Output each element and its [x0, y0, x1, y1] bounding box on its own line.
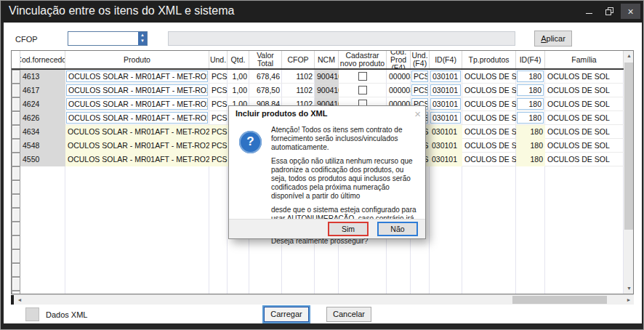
cell-und[interactable]: PCS [209, 111, 228, 125]
restore-button[interactable] [600, 4, 619, 19]
cell-tp-produtos: OCULOS DE SOL [462, 111, 516, 125]
cell-produto[interactable]: OCULOS SOLAR - MR01AFT - MET-RO2FLAT-BLA… [66, 98, 208, 110]
cell-valor-total[interactable]: 678,50 [249, 84, 282, 97]
minimize-button[interactable] [579, 4, 599, 19]
cell-cod-fornecedor: 4548 [20, 139, 65, 153]
cell-familia: OCULOS DE SOL [545, 84, 624, 97]
cell-tp-produtos: OCULOS DE SOL [462, 84, 516, 97]
dialog-paragraph: Essa opção não utiliza nenhum recurso qu… [271, 157, 418, 201]
question-icon: ? [239, 131, 262, 153]
cell-id-f4[interactable]: 030101 [430, 71, 461, 82]
scroll-right-icon[interactable]: ► [624, 295, 634, 305]
cell-qtd[interactable]: 1,00 [228, 70, 249, 84]
cell-cfop: 1102 [282, 84, 315, 97]
cell-id-f4-2[interactable]: 180 [516, 153, 545, 166]
cell-und[interactable]: PCS [209, 139, 228, 153]
vertical-scrollbar-thumb[interactable] [624, 63, 634, 230]
cell-und[interactable]: PCS [209, 70, 228, 84]
cell-produto[interactable]: OCULOS SOLAR - MR01AFT - MET-RO2FLAT-BLA… [66, 84, 208, 96]
cell-und-f4[interactable]: PCS [411, 71, 428, 82]
cfop-spinner[interactable]: ▲▼ [138, 32, 147, 45]
cell-id-f4[interactable]: 030101 [430, 153, 462, 166]
cell-valor-total[interactable]: 678,46 [249, 70, 282, 84]
cell-id-f4[interactable]: 030101 [430, 125, 462, 139]
cell-ncm: 90041000 [315, 70, 339, 84]
cell-qtd[interactable]: 1,00 [228, 84, 249, 97]
cell-cod-fornecedor: 4634 [20, 125, 65, 139]
cadastrar-checkbox[interactable] [358, 86, 367, 94]
cell-produto[interactable]: OCULOS SOLAR - MR01AFT - MET-RO2FLAT-BLA… [65, 153, 209, 166]
row-indicator [12, 70, 20, 84]
cell-produto[interactable]: OCULOS SOLAR - MR01AFT - MET-RO2FLAT-BLA… [66, 71, 208, 82]
cell-tp-produtos: OCULOS DE SOL [462, 153, 516, 166]
row-indicator [12, 84, 20, 97]
cfop-label: CFOP [15, 35, 38, 44]
scroll-down-icon[interactable]: ▼ [624, 283, 634, 294]
cell-produto[interactable]: OCULOS SOLAR - MR01AFT - MET-RO2FLAT-BLA… [65, 125, 209, 139]
column-header: NCM [315, 51, 339, 68]
cadastrar-checkbox[interactable] [358, 72, 367, 81]
app-window: Vinculação entre os itens do XML e siste… [0, 0, 644, 330]
cell-id-f4-2[interactable]: 180 [517, 84, 544, 96]
cell-cod-fornecedor: 4626 [20, 111, 65, 125]
dialog-paragraph: Atenção! Todos os itens sem contrato de … [271, 126, 418, 152]
load-button[interactable]: Carregar [264, 307, 309, 322]
scroll-left-icon[interactable]: ◄ [15, 295, 25, 305]
cell-und[interactable]: PCS [209, 153, 228, 166]
scroll-up-icon[interactable]: ▲ [624, 51, 634, 61]
cell-id-f4-2[interactable]: 180 [517, 71, 544, 82]
dados-xml-checkbox[interactable] [25, 307, 39, 321]
cfop-description-field[interactable] [168, 31, 515, 46]
dialog-title: Incluir produtos do XML [236, 109, 328, 118]
column-header: ID(F4) [516, 51, 545, 68]
row-indicator [12, 139, 20, 153]
cell-cod-prod-f4[interactable]: 000008 [387, 70, 411, 84]
cell-produto[interactable]: OCULOS SOLAR - MR01AFT - MET-RO2FLAT-BLA… [66, 112, 208, 124]
cell-cod-prod-f4[interactable]: 000008 [387, 84, 411, 97]
column-header: Cod. Prod (F4) [387, 51, 411, 68]
cell-und-f4[interactable]: PCS [411, 84, 428, 96]
column-header: Cadastrar novo produto [339, 51, 387, 68]
vertical-scrollbar[interactable]: ▲ ▼ [624, 51, 634, 294]
row-indicator [12, 194, 20, 208]
cell-cod-fornecedor: 4617 [20, 84, 65, 97]
column-header: CFOP [282, 51, 315, 68]
column-header: ID(F4) [430, 51, 462, 68]
row-indicator [12, 125, 20, 139]
cell-ncm: 90041000 [315, 84, 339, 97]
cell-id-f4[interactable]: 030101 [430, 139, 462, 153]
horizontal-scrollbar[interactable]: ◄ ► [11, 294, 634, 305]
row-indicator [12, 208, 20, 222]
cell-id-f4-2[interactable]: 180 [516, 139, 545, 153]
cell-id-f4[interactable]: 030101 [430, 112, 461, 124]
cell-id-f4[interactable]: 030101 [430, 84, 461, 96]
dialog-close-icon[interactable]: × [414, 108, 421, 120]
dados-xml-label: Dados XML [46, 310, 87, 319]
column-header: Família [545, 51, 624, 68]
cell-id-f4-2[interactable]: 180 [517, 98, 544, 110]
grid-header: Cod.fornecedorProdutoUnd.Qtd.Valor Total… [12, 51, 624, 70]
cell-familia: OCULOS DE SOL [545, 70, 624, 84]
horizontal-scrollbar-thumb[interactable] [512, 296, 607, 304]
cancel-button[interactable]: Cancelar [326, 307, 371, 322]
cfop-input[interactable] [68, 31, 148, 46]
cell-und[interactable]: PCS [209, 125, 228, 139]
cell-familia: OCULOS DE SOL [545, 111, 624, 125]
row-indicator [12, 153, 20, 166]
cell-id-f4-2[interactable]: 180 [516, 125, 545, 139]
row-indicator [12, 111, 20, 125]
column-header: Valor Total [249, 51, 282, 68]
cell-und[interactable]: PCS [209, 84, 228, 97]
cell-id-f4[interactable]: 030101 [430, 98, 461, 110]
cell-id-f4-2[interactable]: 180 [517, 112, 544, 124]
cell-und[interactable]: PCS [209, 97, 228, 111]
no-button[interactable]: Não [377, 222, 418, 236]
row-indicator [12, 222, 20, 236]
yes-button[interactable]: Sim [328, 222, 369, 236]
apply-button[interactable]: Aplicar [534, 31, 572, 47]
titlebar: Vinculação entre os itens do XML e siste… [1, 1, 643, 23]
row-indicator [12, 166, 20, 180]
close-button[interactable]: × [621, 4, 640, 19]
cell-produto[interactable]: OCULOS SOLAR - MR01AFT - MET-RO2FLAT-BLA… [65, 139, 209, 153]
column-header: Und. (F4) [411, 51, 430, 68]
